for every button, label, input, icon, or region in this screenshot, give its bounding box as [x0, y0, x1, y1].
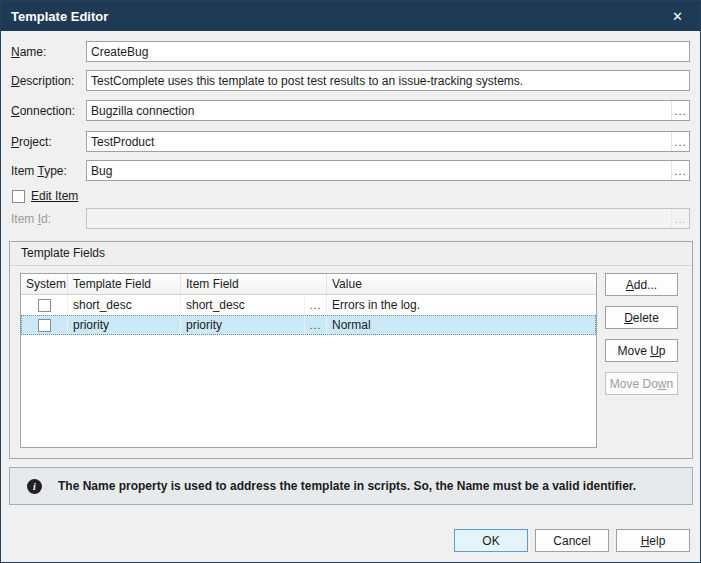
item-type-field-wrap: ... [86, 160, 690, 181]
edit-item-checkbox[interactable] [12, 190, 25, 203]
item-id-input [87, 209, 671, 228]
title-bar[interactable]: Template Editor ✕ [1, 1, 700, 31]
dialog-footer: OK Cancel Help [454, 529, 690, 552]
project-field-wrap: ... [86, 131, 690, 152]
description-row: Description: [11, 70, 690, 91]
edit-item-row: Edit Item [12, 188, 78, 204]
name-input[interactable] [87, 42, 689, 61]
item-id-browse-button: ... [671, 209, 689, 228]
connection-browse-button[interactable]: ... [671, 101, 689, 120]
info-icon: i [27, 479, 42, 494]
info-bar: i The Name property is used to address t… [9, 467, 693, 505]
description-field-wrap [86, 70, 690, 91]
help-button[interactable]: Help [616, 529, 690, 552]
column-header-system[interactable]: System [21, 274, 68, 294]
template-field-cell[interactable]: short_desc [68, 295, 181, 315]
project-row: Project: ... [11, 131, 690, 152]
move-up-button[interactable]: Move Up [605, 339, 678, 362]
edit-item-label: Edit Item [31, 189, 78, 203]
system-cell [21, 315, 68, 335]
column-header-value[interactable]: Value [327, 274, 596, 294]
row-ellipsis-button[interactable]: ... [305, 295, 327, 315]
close-icon[interactable]: ✕ [665, 7, 690, 26]
info-text: The Name property is used to address the… [58, 479, 636, 493]
name-row: Name: [11, 41, 690, 62]
template-fields-caption: Template Fields [10, 242, 692, 266]
name-field-wrap [86, 41, 690, 62]
value-cell[interactable]: Normal [327, 315, 596, 335]
template-fields-table: System Template Field Item Field Value s… [20, 273, 597, 448]
connection-label: Connection: [11, 104, 86, 118]
add-button[interactable]: Add... [605, 273, 678, 296]
move-down-button: Move Down [605, 372, 678, 395]
window-title: Template Editor [11, 9, 108, 24]
project-label: Project: [11, 135, 86, 149]
delete-button[interactable]: Delete [605, 306, 678, 329]
row-system-checkbox[interactable] [38, 299, 51, 312]
connection-row: Connection: ... [11, 100, 690, 121]
item-id-row: Item Id: ... [11, 208, 690, 229]
item-id-label: Item Id: [11, 212, 86, 226]
cancel-button[interactable]: Cancel [535, 529, 609, 552]
name-label: Name: [11, 45, 86, 59]
item-type-browse-button[interactable]: ... [671, 161, 689, 180]
item-field-cell[interactable]: priority [181, 315, 305, 335]
item-type-input[interactable] [87, 161, 671, 180]
description-label: Description: [11, 74, 86, 88]
table-header: System Template Field Item Field Value [21, 274, 596, 295]
column-header-item-field[interactable]: Item Field [181, 274, 327, 294]
table-row[interactable]: short_desc short_desc ... Errors in the … [21, 295, 596, 315]
item-type-label: Item Type: [11, 164, 86, 178]
project-browse-button[interactable]: ... [671, 132, 689, 151]
description-input[interactable] [87, 71, 689, 90]
connection-input[interactable] [87, 101, 671, 120]
value-cell[interactable]: Errors in the log. [327, 295, 596, 315]
item-id-field-wrap: ... [86, 208, 690, 229]
template-fields-group: Template Fields System Template Field It… [9, 241, 693, 459]
table-row[interactable]: priority priority ... Normal [21, 315, 596, 335]
item-field-cell[interactable]: short_desc [181, 295, 305, 315]
row-system-checkbox[interactable] [38, 319, 51, 332]
table-action-buttons: Add... Delete Move Up Move Down [605, 273, 678, 395]
row-ellipsis-button[interactable]: ... [305, 315, 327, 335]
project-input[interactable] [87, 132, 671, 151]
system-cell [21, 295, 68, 315]
ok-button[interactable]: OK [454, 529, 528, 552]
connection-field-wrap: ... [86, 100, 690, 121]
item-type-row: Item Type: ... [11, 160, 690, 181]
template-field-cell[interactable]: priority [68, 315, 181, 335]
column-header-template-field[interactable]: Template Field [68, 274, 181, 294]
